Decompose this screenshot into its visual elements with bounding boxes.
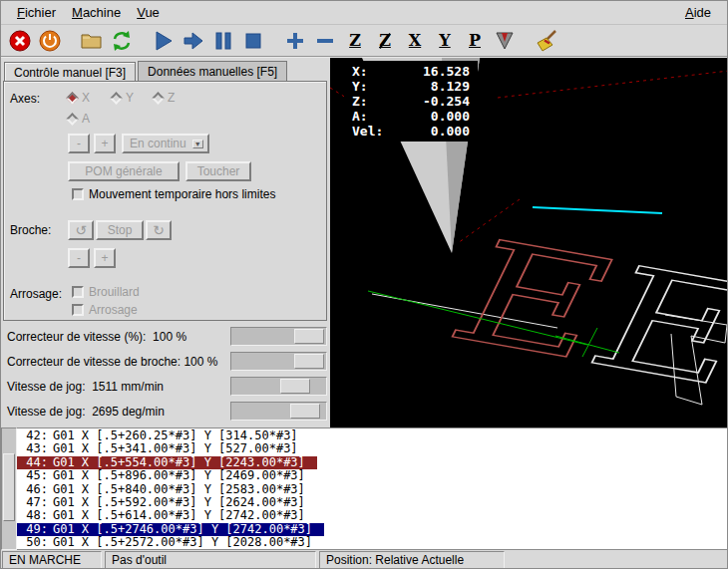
line-number: 46: [19, 483, 48, 496]
gcode-scrollbar[interactable] [1, 427, 17, 550]
jog-speed-label: Vitesse de jog: 1511 mm/min [7, 380, 164, 394]
dro-axis-label: Z: [352, 94, 388, 109]
gcode-line[interactable]: 45:G01 X [.5+896.00*#3] Y [2469.00*#3] [17, 469, 728, 482]
axis-radio-x[interactable]: X [68, 91, 90, 105]
scrollbar-thumb[interactable] [3, 453, 15, 521]
jog-mode-dropdown[interactable]: En continu ▼ [122, 134, 209, 153]
checkbox-indicator [72, 286, 84, 298]
slider-handle[interactable] [294, 329, 324, 344]
menu-machine[interactable]: Machine [64, 3, 129, 22]
dro-axis-value: 16.528 [388, 64, 470, 79]
dro-readout: X: 16.528 Y: 8.129 Z: -0.254 A: 0.000 Ve… [344, 61, 478, 142]
machine-power-button[interactable] [35, 27, 65, 55]
spindle-label: Broche: [10, 223, 51, 237]
machine-state-cell: EN MARCHE [2, 551, 102, 569]
view-top-letter: Z [349, 33, 361, 49]
feed-override-slider[interactable] [230, 327, 327, 346]
spindle-ccw-button[interactable]: ↺ [68, 220, 94, 240]
spindle-override-slider[interactable] [230, 352, 327, 371]
mist-checkbox[interactable]: Brouillard [72, 285, 140, 299]
reload-icon [110, 29, 134, 53]
step-button[interactable] [179, 27, 208, 55]
override-sliders: Correcteur de vitesse (%): 100 % Correct… [1, 324, 330, 424]
open-folder-icon [80, 29, 104, 53]
view-rotated-top-button[interactable]: Z [370, 27, 400, 55]
axis-radio-y[interactable]: Y [112, 91, 134, 105]
dro-row-x: X: 16.528 [352, 64, 470, 79]
gcode-line[interactable]: 47:G01 X [.5+592.00*#3] Y [2624.00*#3] [17, 496, 728, 509]
spindle-stop-button[interactable]: Stop [96, 220, 144, 240]
pause-button[interactable] [208, 27, 238, 55]
reload-button[interactable] [107, 27, 137, 55]
stop-button[interactable] [238, 27, 268, 55]
flood-checkbox[interactable]: Arrosage [72, 303, 138, 317]
line-text: G01 X [.5+554.00*#3] Y [2243.00*#3] [53, 455, 305, 469]
touch-off-button[interactable]: Toucher [185, 161, 251, 181]
gcode-line[interactable]: 49:G01 X [.5+2746.00*#3] Y [2742.00*#3] [17, 523, 728, 536]
gcode-line[interactable]: 42:G01 X [.5+260.25*#3] Y [314.50*#3] [17, 429, 728, 442]
view-perspective-letter: P [469, 33, 481, 49]
gcode-line[interactable]: 43:G01 X [.5+341.00*#3] Y [527.00*#3] [17, 442, 728, 455]
override-limits-checkbox[interactable]: Mouvement temporaire hors limites [72, 187, 275, 201]
line-number: 45: [19, 469, 48, 482]
line-text: G01 X [.5+614.00*#3] Y [2742.00*#3] [53, 508, 305, 522]
home-all-button[interactable]: POM générale [68, 161, 180, 181]
line-number: 49: [19, 523, 48, 536]
axis-radio-label: X [82, 91, 90, 105]
dro-row-y: Y: 8.129 [352, 79, 470, 94]
radio-indicator [110, 92, 123, 105]
menu-fichier[interactable]: Fichier [9, 3, 64, 22]
spindle-cw-icon: ↻ [153, 222, 165, 238]
dro-row-vel: Vel: 0.000 [352, 124, 470, 139]
view-side-button[interactable]: X [400, 27, 430, 55]
flood-label: Arrosage [89, 303, 138, 317]
angular-jog-speed-slider[interactable] [230, 402, 327, 421]
line-text: G01 X [.5+896.00*#3] Y [2469.00*#3] [53, 468, 305, 482]
jog-plus-button[interactable]: + [94, 134, 116, 153]
slider-handle[interactable] [290, 404, 320, 419]
gcode-text-area[interactable]: 42:G01 X [.5+260.25*#3] Y [314.50*#3] 43… [17, 427, 728, 550]
line-text: G01 X [.5+592.00*#3] Y [2624.00*#3] [53, 495, 305, 509]
radio-indicator [66, 92, 79, 105]
menu-vue[interactable]: Vue [129, 3, 168, 22]
zoom-out-button[interactable] [310, 27, 340, 55]
estop-button[interactable] [5, 27, 35, 55]
spindle-cw-button[interactable]: ↻ [146, 220, 172, 240]
slider-handle[interactable] [280, 379, 310, 394]
show-tool-button[interactable] [490, 27, 520, 55]
dro-axis-label: Y: [352, 79, 388, 94]
axis-radio-a[interactable]: A [68, 112, 90, 126]
gcode-line[interactable]: 44:G01 X [.5+554.00*#3] Y [2243.00*#3] [17, 456, 728, 469]
gcode-line[interactable]: 46:G01 X [.5+840.00*#3] Y [2583.00*#3] [17, 483, 728, 496]
dro-axis-label: Vel: [352, 124, 388, 139]
spindle-minus-button[interactable]: - [68, 248, 90, 268]
selected-segment [533, 207, 662, 213]
jog-speed-slider[interactable] [230, 377, 327, 396]
zoom-in-button[interactable] [280, 27, 310, 55]
run-icon [152, 29, 176, 53]
jog-speed-value: 1511 mm/min [92, 380, 164, 394]
clear-plot-button[interactable] [532, 27, 561, 55]
zoom-out-icon [313, 29, 337, 53]
view-front-button[interactable]: Y [430, 27, 460, 55]
open-file-button[interactable] [77, 27, 107, 55]
preview-canvas[interactable]: E E X: 16.528 [330, 58, 728, 427]
dro-axis-value: -0.254 [388, 94, 470, 109]
jog-mode-value: En continu [130, 137, 186, 150]
run-button[interactable] [149, 27, 179, 55]
view-perspective-button[interactable]: P [460, 27, 490, 55]
tab-manual-control[interactable]: Contrôle manuel [F3] [4, 62, 136, 82]
axis-radio-label: Y [126, 91, 134, 105]
checkbox-indicator [72, 188, 84, 200]
menu-aide[interactable]: Aide [677, 3, 719, 22]
line-text: G01 X [.5+840.00*#3] Y [2583.00*#3] [53, 482, 305, 496]
spindle-plus-button[interactable]: + [94, 248, 116, 268]
tab-mdi[interactable]: Données manuelles [F5] [138, 61, 287, 81]
machine-power-icon [38, 29, 62, 53]
slider-handle[interactable] [294, 354, 324, 369]
axis-radio-z[interactable]: Z [154, 91, 175, 105]
gcode-line[interactable]: 48:G01 X [.5+614.00*#3] Y [2742.00*#3] [17, 509, 728, 522]
gcode-line[interactable]: 50:G01 X [.5+2572.00*#3] Y [2028.00*#3] [17, 536, 728, 549]
jog-minus-button[interactable]: - [68, 134, 90, 153]
view-top-button[interactable]: Z [340, 27, 370, 55]
